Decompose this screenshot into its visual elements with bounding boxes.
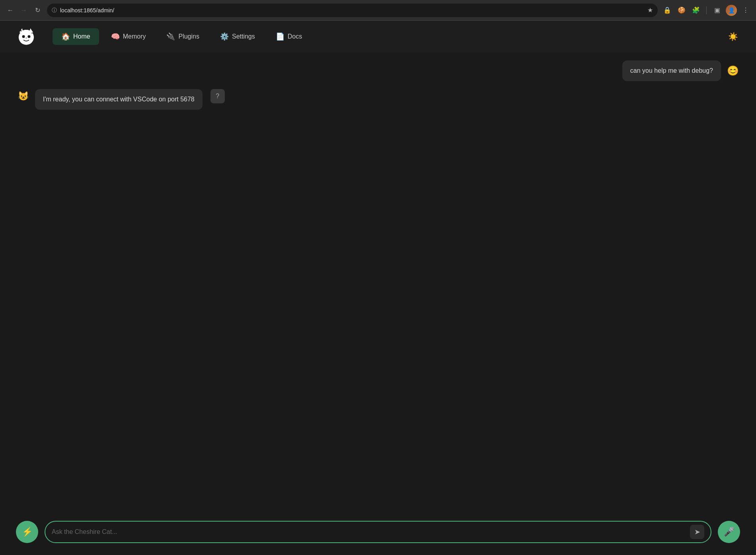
app-header: ✦ ✦ ✦ 🏠 Home 🧠 Memory 🔌: [0, 21, 756, 52]
browser-chrome: ← → ↻ ⓘ localhost:1865/admin/ ★ 🔒 🍪 🧩 ▣ …: [0, 0, 756, 21]
menu-icon[interactable]: ⋮: [740, 5, 751, 16]
forward-button[interactable]: →: [18, 5, 29, 16]
app-container: ✦ ✦ ✦ 🏠 Home 🧠 Memory 🔌: [0, 21, 756, 555]
nav-item-memory[interactable]: 🧠 Memory: [102, 28, 155, 45]
divider: [706, 6, 707, 14]
lightning-icon: ⚡: [22, 527, 33, 537]
svg-text:✦: ✦: [20, 29, 22, 32]
lock-icon: ⓘ: [52, 7, 57, 14]
user-message-row: 😊 can you help me with debug?: [16, 60, 740, 81]
theme-toggle-button[interactable]: ☀️: [726, 29, 740, 44]
nav-item-plugins[interactable]: 🔌 Plugins: [158, 28, 208, 45]
chat-area: 😊 can you help me with debug? 😺 I'm read…: [0, 52, 756, 513]
bot-message-bubble: I'm ready, you can connect with VSCode o…: [35, 89, 203, 110]
chat-input[interactable]: [52, 528, 685, 536]
sidebar-icon[interactable]: ▣: [711, 5, 723, 16]
plugins-icon: 🔌: [166, 32, 175, 41]
nav-label-docs: Docs: [288, 33, 302, 40]
nav-label-settings: Settings: [232, 33, 255, 40]
memory-icon: 🧠: [111, 32, 120, 41]
cookie-icon[interactable]: 🍪: [676, 5, 687, 16]
help-action-button[interactable]: ?: [210, 89, 225, 103]
nav-label-plugins: Plugins: [178, 33, 199, 40]
app-logo: ✦ ✦ ✦: [16, 26, 37, 47]
settings-icon: ⚙️: [220, 32, 229, 41]
reload-button[interactable]: ↻: [32, 5, 43, 16]
svg-text:✦: ✦: [31, 32, 33, 34]
user-message-text: can you help me with debug?: [630, 67, 713, 74]
nav-label-memory: Memory: [123, 33, 146, 40]
cheshire-cat-logo: ✦ ✦ ✦: [16, 26, 37, 47]
nav-item-home[interactable]: 🏠 Home: [53, 28, 99, 45]
svg-text:✦: ✦: [25, 28, 27, 31]
bookmark-icon[interactable]: ★: [647, 6, 653, 14]
chat-input-wrapper: ➤: [45, 521, 711, 543]
mic-icon: 🎤: [724, 527, 735, 537]
nav-item-docs[interactable]: 📄 Docs: [267, 28, 311, 45]
docs-icon: 📄: [276, 32, 284, 41]
browser-toolbar: 🔒 🍪 🧩 ▣ 👤 ⋮: [662, 5, 751, 16]
url-text: localhost:1865/admin/: [60, 7, 644, 14]
address-bar[interactable]: ⓘ localhost:1865/admin/ ★: [47, 4, 658, 17]
theme-icon: ☀️: [728, 32, 738, 41]
question-mark-icon: ?: [216, 93, 219, 100]
svg-point-6: [22, 35, 25, 38]
back-button[interactable]: ←: [5, 5, 16, 16]
svg-point-7: [27, 35, 30, 38]
send-icon: ➤: [694, 528, 700, 536]
lightning-button[interactable]: ⚡: [16, 521, 38, 543]
browser-nav-buttons: ← → ↻: [5, 5, 43, 16]
nav-label-home: Home: [73, 33, 90, 40]
user-emoji: 😊: [727, 65, 739, 76]
bottom-input-area: ⚡ ➤ 🎤: [0, 513, 756, 555]
nav-item-settings[interactable]: ⚙️ Settings: [211, 28, 264, 45]
bot-message-row: 😺 I'm ready, you can connect with VSCode…: [16, 89, 740, 110]
profile-avatar[interactable]: 👤: [726, 5, 737, 16]
bot-message-text: I'm ready, you can connect with VSCode o…: [43, 96, 195, 103]
mic-button[interactable]: 🎤: [718, 521, 740, 543]
bot-message-actions: ?: [210, 89, 225, 103]
security-icon[interactable]: 🔒: [662, 5, 673, 16]
user-avatar: 😊: [726, 64, 740, 78]
user-message-bubble: can you help me with debug?: [622, 60, 721, 81]
home-icon: 🏠: [61, 32, 70, 41]
nav-items: 🏠 Home 🧠 Memory 🔌 Plugins ⚙️ Settings 📄 …: [53, 28, 740, 45]
extension-icon[interactable]: 🧩: [690, 5, 701, 16]
bot-avatar: 😺: [16, 89, 30, 103]
bot-emoji: 😺: [18, 91, 29, 101]
send-button[interactable]: ➤: [690, 525, 704, 539]
